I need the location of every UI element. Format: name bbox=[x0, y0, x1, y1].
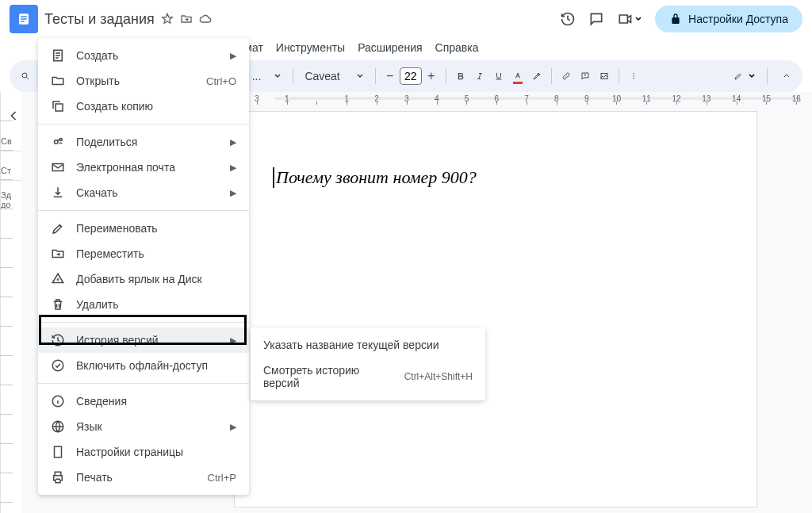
bold-icon[interactable] bbox=[453, 68, 469, 84]
svg-rect-3 bbox=[21, 21, 25, 22]
menu-details[interactable]: Сведения bbox=[38, 389, 249, 414]
folder-open-icon bbox=[51, 74, 65, 88]
link-icon[interactable] bbox=[558, 68, 574, 84]
chevron-down-icon bbox=[748, 72, 756, 80]
history-icon bbox=[51, 333, 65, 347]
svg-point-4 bbox=[22, 73, 27, 78]
submenu-arrow-icon: ▶ bbox=[230, 335, 236, 346]
editing-mode-button[interactable] bbox=[730, 68, 756, 84]
menu-separator bbox=[38, 383, 249, 384]
titlebar: Тесты и задания Настройки Доступа bbox=[0, 0, 812, 38]
download-icon bbox=[51, 186, 65, 200]
svg-point-14 bbox=[52, 360, 63, 371]
meet-button[interactable] bbox=[617, 11, 642, 27]
submenu-name-version[interactable]: Указать название текущей версии bbox=[251, 332, 485, 358]
svg-rect-2 bbox=[21, 18, 27, 20]
font-size-input[interactable] bbox=[400, 67, 422, 85]
toolbar-separator bbox=[551, 68, 552, 84]
copy-icon bbox=[51, 99, 65, 113]
document-page[interactable]: Почему звонит номер 900? bbox=[234, 111, 757, 507]
move-icon bbox=[51, 247, 65, 261]
submenu-arrow-icon: ▶ bbox=[230, 422, 236, 432]
menu-extensions[interactable]: Расширения bbox=[352, 38, 427, 57]
star-icon[interactable] bbox=[161, 13, 174, 25]
font-selector[interactable]: Caveat bbox=[300, 70, 368, 82]
submenu-arrow-icon: ▶ bbox=[230, 188, 236, 198]
submenu-arrow-icon: ▶ bbox=[230, 163, 236, 173]
highlight-icon[interactable] bbox=[529, 68, 545, 84]
menu-create[interactable]: Создать▶ bbox=[38, 43, 249, 68]
menu-open[interactable]: ОткрытьCtrl+O bbox=[38, 68, 249, 94]
svg-rect-10 bbox=[56, 104, 63, 111]
chevron-down-icon bbox=[356, 72, 364, 80]
menu-version-history[interactable]: История версий▶ bbox=[38, 327, 249, 353]
menu-move[interactable]: Переместить bbox=[38, 241, 249, 266]
svg-point-8 bbox=[633, 78, 634, 79]
toolbar-separator bbox=[293, 68, 293, 84]
menu-rename[interactable]: Переименовать bbox=[38, 216, 249, 241]
svg-rect-1 bbox=[21, 16, 27, 17]
svg-point-12 bbox=[59, 139, 62, 141]
menu-offline[interactable]: Включить офлайн-доступ bbox=[38, 353, 249, 378]
add-comment-icon[interactable] bbox=[577, 68, 593, 84]
toolbar-separator bbox=[446, 68, 446, 84]
offline-icon bbox=[51, 358, 65, 373]
menu-make-copy[interactable]: Создать копию bbox=[38, 94, 249, 119]
document-icon bbox=[17, 12, 31, 26]
svg-point-6 bbox=[633, 73, 634, 75]
info-icon bbox=[51, 394, 65, 408]
move-folder-icon[interactable] bbox=[180, 13, 193, 25]
menu-share[interactable]: Поделиться▶ bbox=[38, 129, 249, 155]
italic-icon[interactable] bbox=[472, 68, 488, 84]
page-setup-icon bbox=[51, 445, 65, 459]
toolbar-separator bbox=[767, 68, 768, 84]
menu-email[interactable]: Электронная почта▶ bbox=[38, 155, 249, 180]
menu-help[interactable]: Справка bbox=[430, 38, 485, 57]
menu-print[interactable]: ПечатьCtrl+P bbox=[38, 465, 249, 490]
menu-delete[interactable]: Удалить bbox=[38, 292, 249, 317]
menu-tools[interactable]: Инструменты bbox=[270, 38, 350, 57]
submenu-arrow-icon: ▶ bbox=[230, 137, 236, 147]
comments-icon[interactable] bbox=[588, 11, 604, 27]
chevron-down-icon bbox=[274, 72, 282, 80]
file-menu-dropdown: Создать▶ ОткрытьCtrl+O Создать копию Под… bbox=[38, 38, 249, 495]
font-size-increase[interactable]: + bbox=[423, 68, 439, 84]
toolbar-separator bbox=[375, 68, 376, 84]
submenu-see-history[interactable]: Смотреть историю версийCtrl+Alt+Shift+H bbox=[251, 358, 485, 396]
share-icon bbox=[51, 135, 65, 149]
print-icon bbox=[51, 470, 65, 484]
svg-rect-17 bbox=[55, 446, 62, 457]
trash-icon bbox=[51, 297, 65, 312]
email-icon bbox=[51, 160, 65, 174]
menu-page-setup[interactable]: Настройки страницы bbox=[38, 439, 249, 465]
lock-icon bbox=[669, 13, 682, 25]
globe-icon bbox=[51, 419, 65, 434]
search-icon[interactable] bbox=[17, 68, 33, 84]
document-title[interactable]: Тесты и задания bbox=[44, 11, 155, 28]
menu-download[interactable]: Скачать▶ bbox=[38, 180, 249, 205]
rename-icon bbox=[51, 221, 65, 235]
menu-separator bbox=[38, 210, 249, 211]
underline-icon[interactable] bbox=[491, 68, 507, 84]
font-size-decrease[interactable]: − bbox=[382, 68, 398, 84]
text-color-button[interactable] bbox=[510, 68, 526, 84]
collapse-icon[interactable] bbox=[779, 68, 795, 84]
drive-shortcut-icon bbox=[51, 272, 65, 286]
share-button-label: Настройки Доступа bbox=[688, 13, 788, 25]
menu-add-shortcut[interactable]: Добавить ярлык на Диск bbox=[38, 266, 249, 292]
menu-separator bbox=[38, 322, 249, 323]
menu-language[interactable]: Язык▶ bbox=[38, 414, 249, 439]
toolbar-separator bbox=[619, 68, 619, 84]
image-icon[interactable] bbox=[596, 68, 612, 84]
share-button[interactable]: Настройки Доступа bbox=[655, 6, 802, 33]
chevron-down-icon bbox=[634, 15, 642, 23]
menu-separator bbox=[38, 124, 249, 124]
more-icon[interactable] bbox=[626, 68, 642, 84]
svg-point-7 bbox=[633, 75, 634, 77]
docs-logo[interactable] bbox=[10, 5, 38, 33]
video-icon bbox=[617, 11, 633, 27]
history-icon[interactable] bbox=[560, 11, 576, 27]
cloud-status-icon[interactable] bbox=[199, 13, 212, 25]
document-content[interactable]: Почему звонит номер 900? bbox=[273, 167, 718, 188]
document-icon bbox=[51, 48, 65, 63]
